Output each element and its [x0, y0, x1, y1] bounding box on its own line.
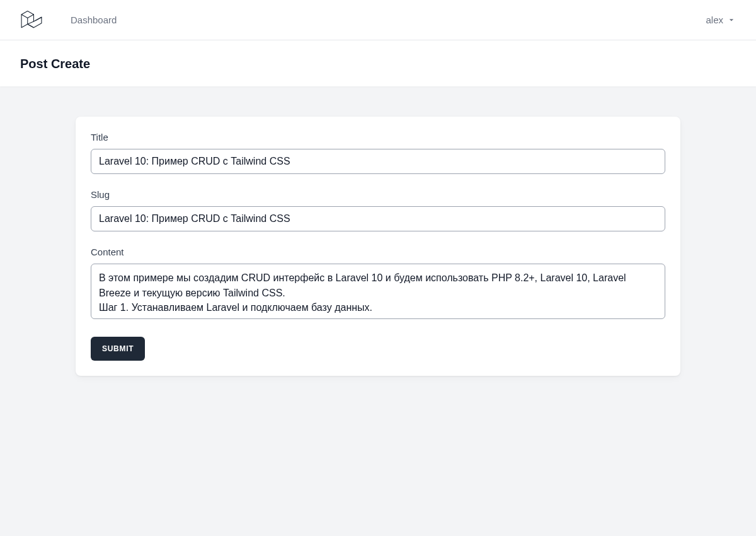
content-label: Content	[91, 247, 665, 257]
user-menu[interactable]: alex	[706, 15, 736, 25]
slug-input[interactable]	[91, 206, 665, 231]
title-label: Title	[91, 132, 665, 143]
user-name: alex	[706, 15, 723, 25]
content-textarea[interactable]	[91, 264, 665, 319]
content-wrap: Title Slug Content Submit	[0, 86, 756, 406]
nav-left: Dashboard	[20, 9, 117, 32]
slug-label: Slug	[91, 189, 665, 200]
laravel-logo-icon[interactable]	[20, 9, 43, 32]
field-title: Title	[91, 132, 665, 174]
form-card: Title Slug Content Submit	[76, 117, 680, 376]
nav-dashboard-link[interactable]: Dashboard	[71, 15, 117, 25]
chevron-down-icon	[727, 16, 736, 25]
page-header: Post Create	[0, 40, 756, 86]
title-input[interactable]	[91, 149, 665, 174]
submit-button[interactable]: Submit	[91, 337, 145, 361]
page-title: Post Create	[20, 57, 736, 71]
field-slug: Slug	[91, 189, 665, 231]
field-content: Content	[91, 247, 665, 322]
top-nav: Dashboard alex	[0, 0, 756, 40]
